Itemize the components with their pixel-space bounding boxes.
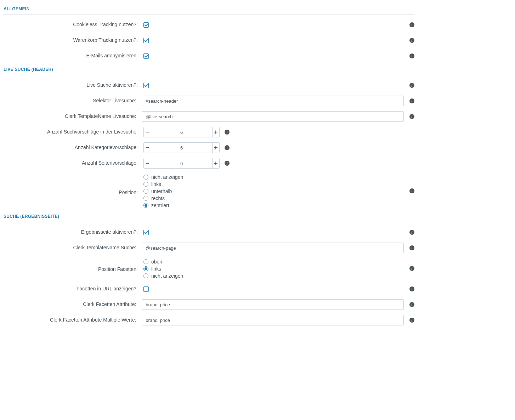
info-icon[interactable]: i <box>409 302 414 307</box>
input-facet-attributes[interactable] <box>142 299 404 310</box>
checkbox-facet-url[interactable] <box>143 286 149 292</box>
radio-group-facet-position: oben links nicht anzeigen <box>143 258 183 279</box>
minus-icon[interactable]: − <box>144 127 151 137</box>
radio-facet-none[interactable]: nicht anzeigen <box>143 273 183 279</box>
input-search-suggestions[interactable] <box>151 127 212 137</box>
info-icon[interactable]: i <box>409 53 414 58</box>
info-icon[interactable]: i <box>409 286 414 291</box>
info-icon[interactable]: i <box>225 130 230 135</box>
radio-facet-left[interactable]: links <box>143 266 183 272</box>
checkbox-cart-tracking[interactable] <box>143 38 149 43</box>
radio-position-none[interactable]: nicht anzeigen <box>143 174 183 180</box>
label-facet-url: Facetten in URL anzeigen?: <box>4 285 143 293</box>
radio-position-right[interactable]: rechts <box>143 195 183 201</box>
section-header-livesuche: LIVE SUCHE (HEADER) <box>4 63 414 75</box>
label-cookieless: Cookieless Tracking nutzen?: <box>4 21 143 28</box>
radio-facet-top[interactable]: oben <box>143 259 183 265</box>
label-facet-multi-attributes: Clerk Facetten Attribute Multiple Werte: <box>4 317 142 324</box>
label-page-suggestions: Anzahl Seitenvorschläge: <box>4 160 143 167</box>
info-icon[interactable]: i <box>409 114 414 119</box>
info-icon[interactable]: i <box>409 83 414 88</box>
info-icon[interactable]: i <box>409 22 414 27</box>
checkbox-cookieless[interactable] <box>143 22 149 28</box>
radio-label: nicht anzeigen <box>151 174 183 180</box>
radio-label: links <box>151 266 161 272</box>
label-position: Position: <box>4 174 143 196</box>
radio-label: unterhalb <box>151 188 172 194</box>
stepper-category-suggestions[interactable]: − + <box>143 142 220 153</box>
radio-label: nicht anzeigen <box>151 273 183 279</box>
info-icon[interactable]: i <box>409 318 414 323</box>
label-search-suggestions: Anzahl Suchvorschläge in der Livesuche: <box>4 129 143 136</box>
label-results-enable: Ergebnisseite aktivieren?: <box>4 229 143 236</box>
label-livesearch-template: Clerk TemplateName Livesuche: <box>4 113 142 120</box>
stepper-page-suggestions[interactable]: − + <box>143 158 220 169</box>
label-anonymize-emails: E-Mails anonymisieren: <box>4 52 143 59</box>
radio-label: links <box>151 181 161 187</box>
input-page-suggestions[interactable] <box>151 158 212 168</box>
plus-icon[interactable]: + <box>212 143 220 153</box>
input-category-suggestions[interactable] <box>151 143 212 153</box>
section-header-allgemein: ALLGEMEIN <box>4 3 414 15</box>
radio-label: rechts <box>151 195 165 201</box>
label-livesearch-enable: Live Suche aktivieren?: <box>4 82 143 89</box>
info-icon[interactable]: i <box>409 245 414 250</box>
radio-label: zentriert <box>151 203 169 208</box>
input-search-template[interactable] <box>142 243 404 253</box>
checkbox-results-enable[interactable] <box>143 230 149 235</box>
radio-position-below[interactable]: unterhalb <box>143 188 183 194</box>
label-facet-attributes: Clerk Facetten Attribute: <box>4 301 142 308</box>
checkbox-livesearch-enable[interactable] <box>143 83 149 88</box>
checkbox-anonymize-emails[interactable] <box>143 53 149 59</box>
minus-icon[interactable]: − <box>144 143 151 153</box>
label-search-template: Clerk TemplateName Suche: <box>4 244 142 251</box>
info-icon[interactable]: i <box>409 38 414 43</box>
info-icon[interactable]: i <box>409 266 414 271</box>
label-cart-tracking: Warenkorb Tracking nutzen?: <box>4 37 143 44</box>
radio-group-position: nicht anzeigen links unterhalb rechts ze… <box>143 174 183 208</box>
plus-icon[interactable]: + <box>212 158 220 168</box>
radio-position-left[interactable]: links <box>143 181 183 187</box>
info-icon[interactable]: i <box>225 145 230 150</box>
radio-label: oben <box>151 259 162 265</box>
label-livesearch-selector: Selektor Livesuche: <box>4 97 142 104</box>
input-facet-multi-attributes[interactable] <box>142 315 404 325</box>
info-icon[interactable]: i <box>409 98 414 103</box>
info-icon[interactable]: i <box>225 161 230 166</box>
input-livesearch-template[interactable] <box>142 111 404 122</box>
input-livesearch-selector[interactable] <box>142 96 404 106</box>
info-icon[interactable]: i <box>409 188 414 193</box>
info-icon[interactable]: i <box>409 230 414 235</box>
radio-position-center[interactable]: zentriert <box>143 203 183 208</box>
stepper-search-suggestions[interactable]: − + <box>143 127 220 137</box>
label-facet-position: Position Facetten: <box>4 258 143 273</box>
section-header-suche: SUCHE (ERGEBNISSEITE) <box>4 210 414 222</box>
label-category-suggestions: Anzahl Kategorievorschläge: <box>4 144 143 151</box>
minus-icon[interactable]: − <box>144 158 151 168</box>
plus-icon[interactable]: + <box>212 127 220 137</box>
